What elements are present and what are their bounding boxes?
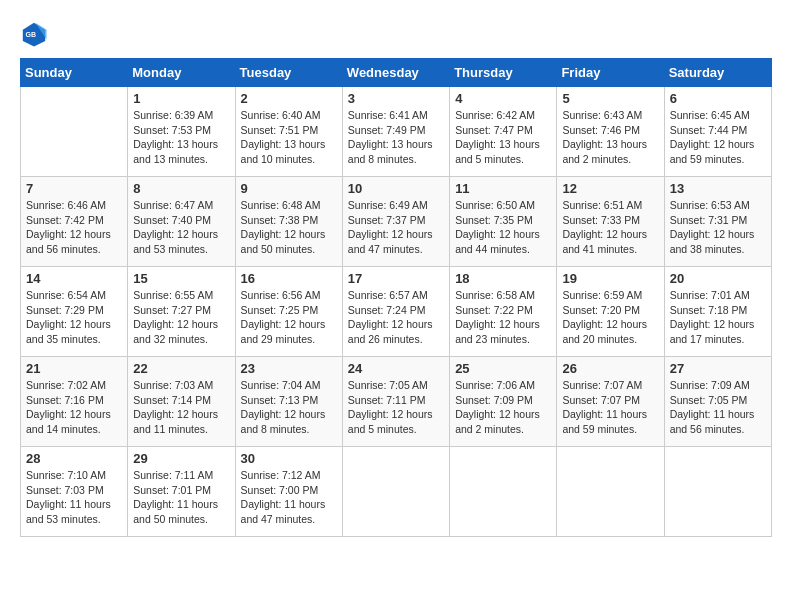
calendar-cell [450,447,557,537]
calendar-cell: 29Sunrise: 7:11 AM Sunset: 7:01 PM Dayli… [128,447,235,537]
calendar-cell: 2Sunrise: 6:40 AM Sunset: 7:51 PM Daylig… [235,87,342,177]
day-info: Sunrise: 6:51 AM Sunset: 7:33 PM Dayligh… [562,198,658,257]
calendar-cell [664,447,771,537]
day-info: Sunrise: 7:03 AM Sunset: 7:14 PM Dayligh… [133,378,229,437]
header-cell-saturday: Saturday [664,59,771,87]
day-info: Sunrise: 7:10 AM Sunset: 7:03 PM Dayligh… [26,468,122,527]
day-info: Sunrise: 6:42 AM Sunset: 7:47 PM Dayligh… [455,108,551,167]
day-number: 20 [670,271,766,286]
calendar-cell: 24Sunrise: 7:05 AM Sunset: 7:11 PM Dayli… [342,357,449,447]
day-number: 2 [241,91,337,106]
calendar-cell: 3Sunrise: 6:41 AM Sunset: 7:49 PM Daylig… [342,87,449,177]
header-cell-thursday: Thursday [450,59,557,87]
calendar-cell: 11Sunrise: 6:50 AM Sunset: 7:35 PM Dayli… [450,177,557,267]
header-cell-wednesday: Wednesday [342,59,449,87]
day-number: 4 [455,91,551,106]
day-number: 24 [348,361,444,376]
calendar-cell: 7Sunrise: 6:46 AM Sunset: 7:42 PM Daylig… [21,177,128,267]
header-cell-friday: Friday [557,59,664,87]
calendar-cell: 4Sunrise: 6:42 AM Sunset: 7:47 PM Daylig… [450,87,557,177]
day-info: Sunrise: 7:01 AM Sunset: 7:18 PM Dayligh… [670,288,766,347]
calendar-cell: 25Sunrise: 7:06 AM Sunset: 7:09 PM Dayli… [450,357,557,447]
day-number: 30 [241,451,337,466]
calendar-cell: 20Sunrise: 7:01 AM Sunset: 7:18 PM Dayli… [664,267,771,357]
day-number: 23 [241,361,337,376]
calendar-cell: 26Sunrise: 7:07 AM Sunset: 7:07 PM Dayli… [557,357,664,447]
week-row-1: 1Sunrise: 6:39 AM Sunset: 7:53 PM Daylig… [21,87,772,177]
day-number: 27 [670,361,766,376]
day-number: 13 [670,181,766,196]
day-number: 21 [26,361,122,376]
day-number: 16 [241,271,337,286]
svg-text:GB: GB [26,31,36,38]
calendar-cell [21,87,128,177]
day-number: 8 [133,181,229,196]
day-number: 22 [133,361,229,376]
day-number: 10 [348,181,444,196]
day-info: Sunrise: 6:41 AM Sunset: 7:49 PM Dayligh… [348,108,444,167]
week-row-3: 14Sunrise: 6:54 AM Sunset: 7:29 PM Dayli… [21,267,772,357]
calendar-cell: 15Sunrise: 6:55 AM Sunset: 7:27 PM Dayli… [128,267,235,357]
calendar-cell: 6Sunrise: 6:45 AM Sunset: 7:44 PM Daylig… [664,87,771,177]
day-info: Sunrise: 6:47 AM Sunset: 7:40 PM Dayligh… [133,198,229,257]
day-number: 19 [562,271,658,286]
calendar-cell: 13Sunrise: 6:53 AM Sunset: 7:31 PM Dayli… [664,177,771,267]
calendar-cell: 5Sunrise: 6:43 AM Sunset: 7:46 PM Daylig… [557,87,664,177]
calendar-cell: 22Sunrise: 7:03 AM Sunset: 7:14 PM Dayli… [128,357,235,447]
day-info: Sunrise: 6:45 AM Sunset: 7:44 PM Dayligh… [670,108,766,167]
logo-icon: GB [20,20,48,48]
day-number: 12 [562,181,658,196]
day-info: Sunrise: 7:04 AM Sunset: 7:13 PM Dayligh… [241,378,337,437]
day-info: Sunrise: 6:49 AM Sunset: 7:37 PM Dayligh… [348,198,444,257]
day-info: Sunrise: 7:12 AM Sunset: 7:00 PM Dayligh… [241,468,337,527]
day-number: 14 [26,271,122,286]
calendar-cell: 28Sunrise: 7:10 AM Sunset: 7:03 PM Dayli… [21,447,128,537]
header-cell-tuesday: Tuesday [235,59,342,87]
calendar-body: 1Sunrise: 6:39 AM Sunset: 7:53 PM Daylig… [21,87,772,537]
calendar-cell: 16Sunrise: 6:56 AM Sunset: 7:25 PM Dayli… [235,267,342,357]
header-cell-sunday: Sunday [21,59,128,87]
calendar-table: SundayMondayTuesdayWednesdayThursdayFrid… [20,58,772,537]
page-header: GB [20,20,772,48]
day-info: Sunrise: 6:54 AM Sunset: 7:29 PM Dayligh… [26,288,122,347]
week-row-4: 21Sunrise: 7:02 AM Sunset: 7:16 PM Dayli… [21,357,772,447]
day-info: Sunrise: 6:48 AM Sunset: 7:38 PM Dayligh… [241,198,337,257]
day-info: Sunrise: 6:50 AM Sunset: 7:35 PM Dayligh… [455,198,551,257]
calendar-cell: 30Sunrise: 7:12 AM Sunset: 7:00 PM Dayli… [235,447,342,537]
day-info: Sunrise: 6:59 AM Sunset: 7:20 PM Dayligh… [562,288,658,347]
header-row: SundayMondayTuesdayWednesdayThursdayFrid… [21,59,772,87]
day-number: 17 [348,271,444,286]
calendar-cell: 10Sunrise: 6:49 AM Sunset: 7:37 PM Dayli… [342,177,449,267]
day-number: 1 [133,91,229,106]
day-info: Sunrise: 6:56 AM Sunset: 7:25 PM Dayligh… [241,288,337,347]
logo: GB [20,20,52,48]
day-info: Sunrise: 7:09 AM Sunset: 7:05 PM Dayligh… [670,378,766,437]
calendar-cell: 27Sunrise: 7:09 AM Sunset: 7:05 PM Dayli… [664,357,771,447]
day-number: 25 [455,361,551,376]
week-row-5: 28Sunrise: 7:10 AM Sunset: 7:03 PM Dayli… [21,447,772,537]
day-info: Sunrise: 6:58 AM Sunset: 7:22 PM Dayligh… [455,288,551,347]
day-number: 3 [348,91,444,106]
day-number: 18 [455,271,551,286]
calendar-cell: 12Sunrise: 6:51 AM Sunset: 7:33 PM Dayli… [557,177,664,267]
calendar-cell [342,447,449,537]
day-number: 5 [562,91,658,106]
calendar-cell [557,447,664,537]
day-number: 9 [241,181,337,196]
day-info: Sunrise: 6:55 AM Sunset: 7:27 PM Dayligh… [133,288,229,347]
day-number: 29 [133,451,229,466]
day-info: Sunrise: 6:39 AM Sunset: 7:53 PM Dayligh… [133,108,229,167]
calendar-cell: 17Sunrise: 6:57 AM Sunset: 7:24 PM Dayli… [342,267,449,357]
day-info: Sunrise: 7:11 AM Sunset: 7:01 PM Dayligh… [133,468,229,527]
day-info: Sunrise: 7:02 AM Sunset: 7:16 PM Dayligh… [26,378,122,437]
day-info: Sunrise: 6:53 AM Sunset: 7:31 PM Dayligh… [670,198,766,257]
day-number: 26 [562,361,658,376]
week-row-2: 7Sunrise: 6:46 AM Sunset: 7:42 PM Daylig… [21,177,772,267]
day-info: Sunrise: 6:46 AM Sunset: 7:42 PM Dayligh… [26,198,122,257]
day-info: Sunrise: 7:05 AM Sunset: 7:11 PM Dayligh… [348,378,444,437]
day-number: 6 [670,91,766,106]
calendar-cell: 21Sunrise: 7:02 AM Sunset: 7:16 PM Dayli… [21,357,128,447]
day-info: Sunrise: 6:43 AM Sunset: 7:46 PM Dayligh… [562,108,658,167]
day-number: 28 [26,451,122,466]
day-info: Sunrise: 7:06 AM Sunset: 7:09 PM Dayligh… [455,378,551,437]
